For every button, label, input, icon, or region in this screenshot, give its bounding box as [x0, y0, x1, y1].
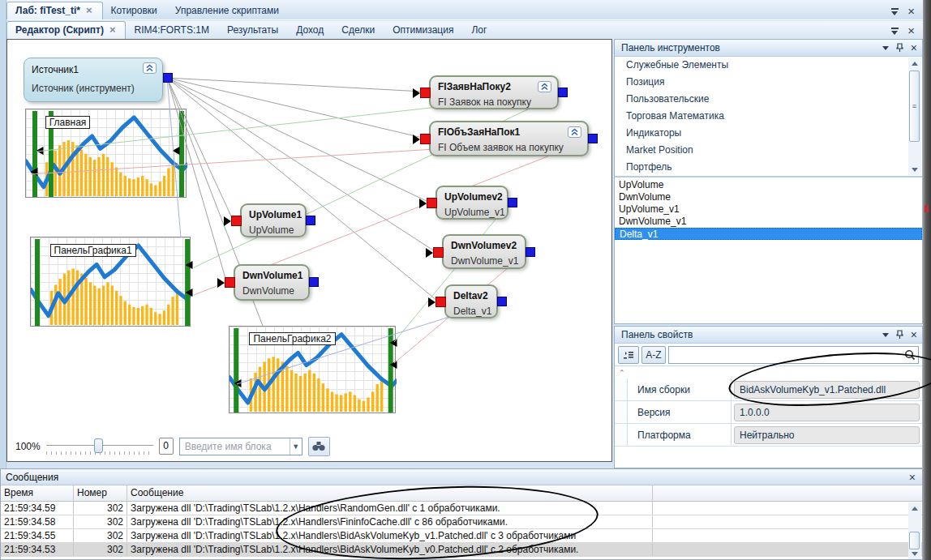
- window-list-icon[interactable]: [890, 28, 899, 35]
- tslab-window: Лаб: fiTest_ti*×КотировкиУправление скри…: [0, 0, 931, 560]
- block-UpVolume1[interactable]: UpVolume1UpVolume: [240, 203, 307, 237]
- message-row-0[interactable]: 21:59:34.59302Загружена dll 'D:\Trading\…: [1, 502, 922, 515]
- tool-item-UpVolume[interactable]: UpVolume: [615, 179, 922, 191]
- close-icon[interactable]: ×: [909, 473, 916, 481]
- scroll-up-icon[interactable]: [908, 58, 921, 69]
- tool-item-DwnVolume[interactable]: DwnVolume: [615, 191, 922, 203]
- close-icon[interactable]: ×: [911, 44, 917, 52]
- doc-tab-1[interactable]: RIM4:FORTS:1M: [126, 22, 218, 39]
- output-port[interactable]: [526, 247, 535, 257]
- find-block-button[interactable]: [308, 437, 330, 456]
- zoom-slider[interactable]: [46, 438, 153, 455]
- block-search-combobox[interactable]: Введите имя блока ▼: [179, 438, 302, 455]
- scroll-down-icon[interactable]: [908, 164, 921, 175]
- block-Источник1[interactable]: Источник1Источник (инструмент): [24, 58, 163, 102]
- output-port[interactable]: [508, 198, 517, 207]
- window-list-icon[interactable]: [890, 8, 899, 15]
- categorized-view-button[interactable]: [618, 346, 639, 364]
- messages-scrollbar[interactable]: [908, 502, 921, 559]
- script-editor-canvas[interactable]: 100% 0 Введите имя блока ▼ ГлавнаяПанель: [6, 39, 612, 462]
- pin-icon[interactable]: [896, 330, 903, 340]
- doc-tab-4[interactable]: Сделки: [333, 22, 384, 39]
- property-value-cell[interactable]: 1.0.0.0: [732, 401, 922, 423]
- input-arrow-icon: [413, 88, 420, 98]
- collapse-icon[interactable]: [143, 62, 157, 74]
- lab-tab-2[interactable]: Управление скриптами: [167, 2, 289, 19]
- lab-tab-1[interactable]: Котировки: [103, 2, 167, 19]
- output-port[interactable]: [497, 297, 507, 306]
- output-port[interactable]: [306, 216, 315, 225]
- block-UpVolumev2[interactable]: UpVolumev2UpVolume_v1: [435, 186, 508, 220]
- chart-panel-ПанельГрафика1[interactable]: ПанельГрафика1: [30, 237, 191, 327]
- chart-panel-label: ПанельГрафика2: [249, 332, 335, 345]
- close-icon[interactable]: ×: [911, 331, 917, 339]
- scroll-down-icon[interactable]: [908, 548, 921, 559]
- output-port[interactable]: [163, 73, 173, 83]
- block-DwnVolumev2[interactable]: DwnVolumev2DwnVolume_v1: [442, 234, 526, 269]
- panel-menu-icon[interactable]: [882, 333, 889, 337]
- message-row-1[interactable]: 21:59:34.58302Загружена dll 'D:\Trading\…: [1, 515, 922, 529]
- properties-panel: Панель свойств × A-Z: [614, 326, 923, 468]
- message-row-3[interactable]: 21:59:34.53302Загружена dll 'D:\Trading\…: [1, 543, 922, 557]
- input-port[interactable]: [413, 134, 431, 144]
- tool-category-4[interactable]: Индикаторы: [615, 125, 922, 142]
- lab-tab-0[interactable]: Лаб: fiTest_ti*×: [6, 2, 103, 19]
- category-scrollbar[interactable]: ≡: [908, 58, 921, 175]
- category-collapse-chevron[interactable]: ⌃: [615, 366, 922, 378]
- zoom-slider-thumb[interactable]: [94, 438, 103, 453]
- collapse-icon[interactable]: [538, 81, 551, 92]
- chart-panel-Главная[interactable]: Главная: [25, 109, 187, 198]
- tool-category-5[interactable]: Market Position: [615, 142, 922, 159]
- tool-item-UpVolume_v1[interactable]: UpVolume_v1: [615, 203, 922, 216]
- tab-close-icon[interactable]: ×: [86, 6, 92, 15]
- property-row-margin: [615, 378, 628, 400]
- input-port[interactable]: [224, 216, 242, 226]
- doc-tab-2[interactable]: Результаты: [219, 22, 288, 39]
- input-port[interactable]: [217, 277, 235, 288]
- pin-icon[interactable]: [896, 43, 903, 53]
- output-port[interactable]: [558, 88, 568, 97]
- messages-col-Время[interactable]: Время: [1, 485, 74, 501]
- scrollbar-thumb[interactable]: [909, 532, 920, 549]
- block-title: UpVolumev2: [444, 191, 500, 203]
- doc-tab-3[interactable]: Доход: [288, 22, 333, 39]
- input-port[interactable]: [426, 247, 444, 258]
- chart-panel-ПанельГрафика2[interactable]: ПанельГрафика2: [229, 326, 396, 413]
- block-FIЗаявНаПоку2[interactable]: FIЗаявНаПоку2FI Заявок на покупку: [429, 75, 559, 109]
- tool-category-0[interactable]: Служебные Элементы: [615, 57, 922, 74]
- panel-menu-icon[interactable]: [882, 46, 889, 50]
- block-DwnVolume1[interactable]: DwnVolume1DwnVolume: [234, 264, 310, 301]
- zoom-reset-button[interactable]: 0: [159, 438, 174, 455]
- close-icon[interactable]: ×: [907, 26, 915, 36]
- scroll-up-icon[interactable]: [908, 502, 921, 514]
- input-port[interactable]: [419, 198, 437, 208]
- tool-category-1[interactable]: Позиция: [615, 74, 922, 91]
- tool-category-6[interactable]: Портфель: [615, 159, 922, 176]
- messages-col-Номер[interactable]: Номер: [74, 485, 127, 501]
- property-value-cell[interactable]: Нейтрально: [732, 424, 922, 446]
- messages-col-Сообщение[interactable]: Сообщение: [127, 485, 653, 501]
- close-icon[interactable]: ×: [907, 6, 915, 16]
- doc-tab-5[interactable]: Оптимизация: [384, 22, 463, 39]
- tool-item-DwnVolume_v1[interactable]: DwnVolume_v1: [615, 216, 922, 228]
- tool-category-2[interactable]: Пользовательские: [615, 91, 922, 108]
- chevron-down-icon[interactable]: ▼: [290, 438, 302, 455]
- properties-panel-title: Панель свойств: [621, 329, 882, 340]
- input-port[interactable]: [428, 297, 446, 307]
- input-port[interactable]: [413, 88, 431, 98]
- output-port[interactable]: [309, 277, 319, 287]
- sort-az-button[interactable]: A-Z: [641, 346, 666, 364]
- tool-item-Delta_v1[interactable]: Delta_v1: [615, 228, 922, 240]
- properties-search-input[interactable]: [668, 346, 919, 364]
- block-FIОбъЗаяНаПок1[interactable]: FIОбъЗаяНаПок1FI Объем заявок на покупку: [429, 121, 589, 156]
- doc-tab-6[interactable]: Лог: [463, 22, 496, 39]
- doc-tab-0[interactable]: Редактор (Скрипт)×: [6, 21, 126, 39]
- property-value-cell[interactable]: BidAskVolumeKyb_v1.Patched.dll: [732, 378, 922, 400]
- scrollbar-thumb[interactable]: ≡: [909, 71, 920, 142]
- tab-close-icon[interactable]: ×: [109, 26, 116, 34]
- tool-category-3[interactable]: Торговая Математика: [615, 108, 922, 125]
- message-row-2[interactable]: 21:59:34.55302Загружена dll 'D:\Trading\…: [1, 529, 922, 543]
- block-Deltav2[interactable]: Deltav2Delta_v1: [444, 284, 498, 318]
- output-port[interactable]: [588, 134, 598, 143]
- collapse-icon[interactable]: [568, 126, 581, 138]
